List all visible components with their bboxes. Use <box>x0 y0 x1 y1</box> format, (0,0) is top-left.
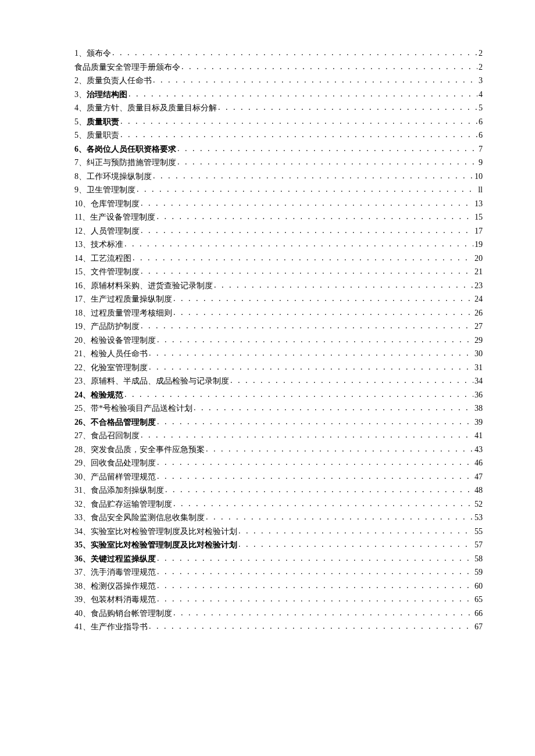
toc-leader-dots: . . . . . . . . . . . . . . . . . . . . … <box>230 377 473 385</box>
toc-label: 25、带*号检验项目产品送检计划 <box>74 404 192 413</box>
toc-label: 13、技术标准 <box>74 241 123 249</box>
toc-entry[interactable]: 29、回收食品处理制度. . . . . . . . . . . . . . .… <box>74 459 483 467</box>
toc-page-number: 4 <box>479 91 483 99</box>
toc-label: 8、工作环境操纵制度 <box>74 173 152 181</box>
toc-number: 13、 <box>74 241 91 249</box>
toc-leader-dots: . . . . . . . . . . . . . . . . . . . . … <box>120 131 477 139</box>
toc-entry[interactable]: 18、过程质量管理考核细则. . . . . . . . . . . . . .… <box>74 309 483 317</box>
toc-entry[interactable]: 23、原辅料、半成品、成品检验与记录制度. . . . . . . . . . … <box>74 377 483 385</box>
toc-number: 8、 <box>74 173 87 181</box>
toc-leader-dots: . . . . . . . . . . . . . . . . . . . . … <box>157 473 473 481</box>
toc-leader-dots: . . . . . . . . . . . . . . . . . . . . … <box>141 432 473 439</box>
toc-entry[interactable]: 25、带*号检验项目产品送检计划. . . . . . . . . . . . … <box>74 404 483 413</box>
toc-entry[interactable]: 22、化验室管理制度. . . . . . . . . . . . . . . … <box>74 364 483 372</box>
toc-leader-dots: . . . . . . . . . . . . . . . . . . . . … <box>157 568 473 576</box>
toc-entry[interactable]: 19、产品防护制度. . . . . . . . . . . . . . . .… <box>74 323 483 331</box>
toc-entry[interactable]: 35、实验室比对检验管理制度及比对检验计划. . . . . . . . . .… <box>74 541 483 549</box>
toc-entry[interactable]: 38、检测仪器操作规范. . . . . . . . . . . . . . .… <box>74 582 483 590</box>
toc-entry[interactable]: 21、检验人员任命书. . . . . . . . . . . . . . . … <box>74 350 483 358</box>
toc-label: 29、回收食品处理制度 <box>74 459 156 467</box>
toc-entry[interactable]: 24、检验规范. . . . . . . . . . . . . . . . .… <box>74 391 483 399</box>
toc-entry[interactable]: 11、生产设备管理制度. . . . . . . . . . . . . . .… <box>74 213 483 221</box>
toc-entry[interactable]: 34、实验室比对检验管理制度及比对检验计划. . . . . . . . . .… <box>74 528 483 536</box>
toc-entry[interactable]: 27、食品召回制度. . . . . . . . . . . . . . . .… <box>74 432 483 440</box>
toc-title: 纠正与预防措施管理制度 <box>87 159 176 167</box>
toc-entry[interactable]: 20、检验设备管理制度. . . . . . . . . . . . . . .… <box>74 336 483 345</box>
toc-entry[interactable]: 5、质量职责. . . . . . . . . . . . . . . . . … <box>74 131 483 139</box>
toc-entry[interactable]: 16、原辅材料采购、进货查验记录制度. . . . . . . . . . . … <box>74 282 483 290</box>
toc-entry[interactable]: 9、卫生管理制度. . . . . . . . . . . . . . . . … <box>74 186 483 194</box>
toc-entry[interactable]: 17、生产过程质量操纵制度. . . . . . . . . . . . . .… <box>74 295 483 303</box>
toc-page-number: ll <box>478 186 483 194</box>
toc-page-number: 2 <box>479 63 483 71</box>
toc-page-number: 46 <box>475 459 483 467</box>
toc-entry[interactable]: 26、不合格品管理制度. . . . . . . . . . . . . . .… <box>74 418 483 427</box>
toc-leader-dots: . . . . . . . . . . . . . . . . . . . . … <box>157 582 473 590</box>
toc-entry[interactable]: 13、技术标准. . . . . . . . . . . . . . . . .… <box>74 241 483 249</box>
toc-entry[interactable]: 7、纠正与预防措施管理制度. . . . . . . . . . . . . .… <box>74 159 483 167</box>
toc-page-number: 9 <box>479 159 483 167</box>
toc-number: 26、 <box>74 418 91 427</box>
toc-entry[interactable]: 食品质量安全管理手册颁布令. . . . . . . . . . . . . .… <box>74 63 483 71</box>
toc-leader-dots: . . . . . . . . . . . . . . . . . . . . … <box>137 186 477 194</box>
toc-title: 工作环境操纵制度 <box>87 173 152 181</box>
toc-entry[interactable]: 5、质量职责. . . . . . . . . . . . . . . . . … <box>74 118 483 126</box>
toc-page-number: 27 <box>475 323 483 331</box>
toc-number: 18、 <box>74 309 91 317</box>
toc-title: 文件管理制度 <box>91 268 140 276</box>
toc-label: 36、关键过程监操纵度 <box>74 555 156 563</box>
toc-label: 3、治理结构图 <box>74 91 127 99</box>
toc-entry[interactable]: 37、洗手消毒管理规范. . . . . . . . . . . . . . .… <box>74 568 483 576</box>
toc-title: 食品召回制度 <box>91 432 140 440</box>
toc-entry[interactable]: 12、人员管理制度. . . . . . . . . . . . . . . .… <box>74 227 483 235</box>
toc-page-number: 2 <box>479 49 483 58</box>
toc-leader-dots: . . . . . . . . . . . . . . . . . . . . … <box>165 486 473 494</box>
toc-entry[interactable]: 39、包装材料消毒规范. . . . . . . . . . . . . . .… <box>74 596 483 604</box>
toc-title: 卫生管理制度 <box>87 186 135 194</box>
toc-label: 12、人员管理制度 <box>74 227 140 235</box>
toc-page-number: 21 <box>475 268 483 276</box>
toc-title: 质量职责 <box>87 118 119 126</box>
toc-entry[interactable]: 14、工艺流程图. . . . . . . . . . . . . . . . … <box>74 255 483 263</box>
toc-entry[interactable]: 2、质量负责人任命书. . . . . . . . . . . . . . . … <box>74 77 483 85</box>
toc-title: 食品添加剂操纵制度 <box>91 486 164 495</box>
toc-number: 2、 <box>74 77 87 85</box>
toc-entry[interactable]: 8、工作环境操纵制度. . . . . . . . . . . . . . . … <box>74 173 483 181</box>
toc-entry[interactable]: 32、食品贮存运输管理制度. . . . . . . . . . . . . .… <box>74 500 483 508</box>
toc-title: 人员管理制度 <box>91 227 140 235</box>
toc-number: 5、 <box>74 131 87 139</box>
toc-entry[interactable]: 6、各岗位人员任职资格要求. . . . . . . . . . . . . .… <box>74 145 483 153</box>
toc-label: 32、食品贮存运输管理制度 <box>74 500 172 508</box>
toc-page-number: 24 <box>475 295 483 303</box>
toc-entry[interactable]: 33、食品安全风险监测信息收集制度. . . . . . . . . . . .… <box>74 514 483 522</box>
toc-entry[interactable]: 4、质量方针、质量目标及质量目标分解. . . . . . . . . . . … <box>74 104 483 112</box>
toc-entry[interactable]: 10、仓库管理制度. . . . . . . . . . . . . . . .… <box>74 200 483 208</box>
toc-leader-dots: . . . . . . . . . . . . . . . . . . . . … <box>173 610 473 617</box>
toc-number: 23、 <box>74 377 91 385</box>
toc-label: 21、检验人员任命书 <box>74 350 148 358</box>
toc-leader-dots: . . . . . . . . . . . . . . . . . . . . … <box>153 173 473 180</box>
toc-entry[interactable]: 3、治理结构图. . . . . . . . . . . . . . . . .… <box>74 91 483 99</box>
toc-entry[interactable]: 31、食品添加剂操纵制度. . . . . . . . . . . . . . … <box>74 486 483 495</box>
toc-entry[interactable]: 30、产品留样管理规范. . . . . . . . . . . . . . .… <box>74 473 483 481</box>
toc-entry[interactable]: 28、突发食品质，安全事件应急预案. . . . . . . . . . . .… <box>74 446 483 454</box>
toc-page-number: 55 <box>475 528 483 536</box>
toc-entry[interactable]: 36、关键过程监操纵度. . . . . . . . . . . . . . .… <box>74 555 483 563</box>
toc-entry[interactable]: 40、食品购销台帐管理制度. . . . . . . . . . . . . .… <box>74 610 483 618</box>
toc-page-number: 66 <box>475 610 483 618</box>
toc-label: 34、实验室比对检验管理制度及比对检验计划 <box>74 528 237 536</box>
toc-number: 19、 <box>74 323 91 331</box>
toc-label: 5、质量职责 <box>74 118 119 126</box>
toc-entry[interactable]: 15、文件管理制度. . . . . . . . . . . . . . . .… <box>74 268 483 276</box>
toc-title: 食品购销台帐管理制度 <box>91 610 172 618</box>
toc-label: 30、产品留样管理规范 <box>74 473 156 481</box>
toc-title: 产品留样管理规范 <box>91 473 156 481</box>
toc-entry[interactable]: 41、生产作业指导书. . . . . . . . . . . . . . . … <box>74 623 483 631</box>
toc-number: 14、 <box>74 255 91 263</box>
toc-page-number: 47 <box>475 473 483 481</box>
toc-entry[interactable]: 1、颁布令. . . . . . . . . . . . . . . . . .… <box>74 49 483 58</box>
toc-page-number: 26 <box>475 309 483 317</box>
toc-page-number: 39 <box>475 418 483 427</box>
toc-page-number: 53 <box>475 514 483 522</box>
toc-leader-dots: . . . . . . . . . . . . . . . . . . . . … <box>149 623 473 630</box>
